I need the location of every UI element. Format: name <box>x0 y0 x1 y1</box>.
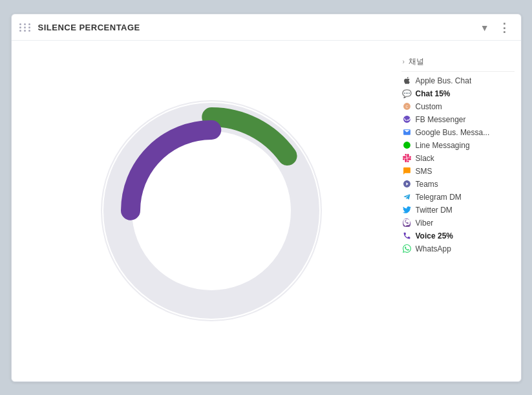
card-title: SILENCE PERCENTAGE <box>38 23 140 32</box>
legend-label-viber: Viber <box>416 219 434 228</box>
legend-icon-google-bus-messa <box>403 128 412 137</box>
legend-icon-viber <box>403 219 412 228</box>
legend-area: › 채널 Apple Bus. Chat💬Chat 15%CCustomFB M… <box>401 51 515 371</box>
svg-point-8 <box>403 142 410 149</box>
legend-group-header[interactable]: › 채널 <box>401 54 515 72</box>
legend-icon-line-messaging <box>403 141 412 150</box>
legend-item-slack[interactable]: Slack <box>401 152 515 165</box>
legend-icon-slack <box>403 154 412 163</box>
legend-item-custom[interactable]: CCustom <box>401 100 515 113</box>
legend-item-viber[interactable]: Viber <box>401 217 515 230</box>
header-left: SILENCE PERCENTAGE <box>19 23 140 32</box>
legend-label-chat: Chat 15% <box>416 89 451 98</box>
legend-icon-teams <box>403 180 412 189</box>
svg-text:C: C <box>406 105 409 109</box>
legend-label-google-bus-messa: Google Bus. Messa... <box>416 128 490 137</box>
card-body: › 채널 Apple Bus. Chat💬Chat 15%CCustomFB M… <box>12 41 521 381</box>
donut-chart-area <box>22 51 401 371</box>
silence-percentage-card: SILENCE PERCENTAGE ▼ ⋮ <box>11 14 522 382</box>
legend-label-telegram-dm: Telegram DM <box>416 193 462 202</box>
legend-label-sms: SMS <box>416 167 432 176</box>
legend-label-voice: Voice 25% <box>416 231 453 240</box>
header-right: ▼ ⋮ <box>480 22 511 34</box>
legend-item-telegram-dm[interactable]: Telegram DM <box>401 191 515 204</box>
legend-label-apple-bus-chat: Apple Bus. Chat <box>416 76 472 85</box>
legend-icon-sms <box>403 167 412 176</box>
legend-icon-fb-messenger <box>403 115 412 124</box>
legend-icon-custom: C <box>403 102 412 111</box>
legend-icon-apple-bus-chat <box>403 76 412 85</box>
legend-item-twitter-dm[interactable]: Twitter DM <box>401 204 515 217</box>
drag-handle[interactable] <box>19 23 32 32</box>
legend-label-whatsapp: WhatsApp <box>416 244 451 253</box>
legend-item-sms[interactable]: SMS <box>401 165 515 178</box>
legend-item-google-bus-messa[interactable]: Google Bus. Messa... <box>401 126 515 139</box>
chevron-right-icon: › <box>403 58 405 65</box>
legend-item-teams[interactable]: Teams <box>401 178 515 191</box>
legend-icon-chat: 💬 <box>403 89 412 98</box>
legend-items: Apple Bus. Chat💬Chat 15%CCustomFB Messen… <box>401 74 515 255</box>
legend-icon-whatsapp <box>403 244 412 253</box>
legend-icon-telegram-dm <box>403 193 412 202</box>
legend-label-teams: Teams <box>416 180 438 189</box>
legend-item-line-messaging[interactable]: Line Messaging <box>401 139 515 152</box>
legend-label-slack: Slack <box>416 154 434 163</box>
legend-label-twitter-dm: Twitter DM <box>416 206 452 215</box>
legend-item-chat[interactable]: 💬Chat 15% <box>401 87 515 100</box>
filter-icon[interactable]: ▼ <box>480 23 489 32</box>
legend-item-whatsapp[interactable]: WhatsApp <box>401 242 515 255</box>
card-header: SILENCE PERCENTAGE ▼ ⋮ <box>12 14 521 41</box>
donut-chart-svg <box>89 88 334 334</box>
legend-label-line-messaging: Line Messaging <box>416 141 470 150</box>
legend-group-label: 채널 <box>409 56 424 67</box>
legend-item-fb-messenger[interactable]: FB Messenger <box>401 113 515 126</box>
legend-label-fb-messenger: FB Messenger <box>416 115 466 124</box>
legend-label-custom: Custom <box>416 102 442 111</box>
legend-icon-twitter-dm <box>403 206 412 215</box>
more-options-icon[interactable]: ⋮ <box>498 22 511 34</box>
legend-item-apple-bus-chat[interactable]: Apple Bus. Chat <box>401 74 515 87</box>
legend-icon-voice <box>403 231 412 240</box>
legend-item-voice[interactable]: Voice 25% <box>401 230 515 242</box>
